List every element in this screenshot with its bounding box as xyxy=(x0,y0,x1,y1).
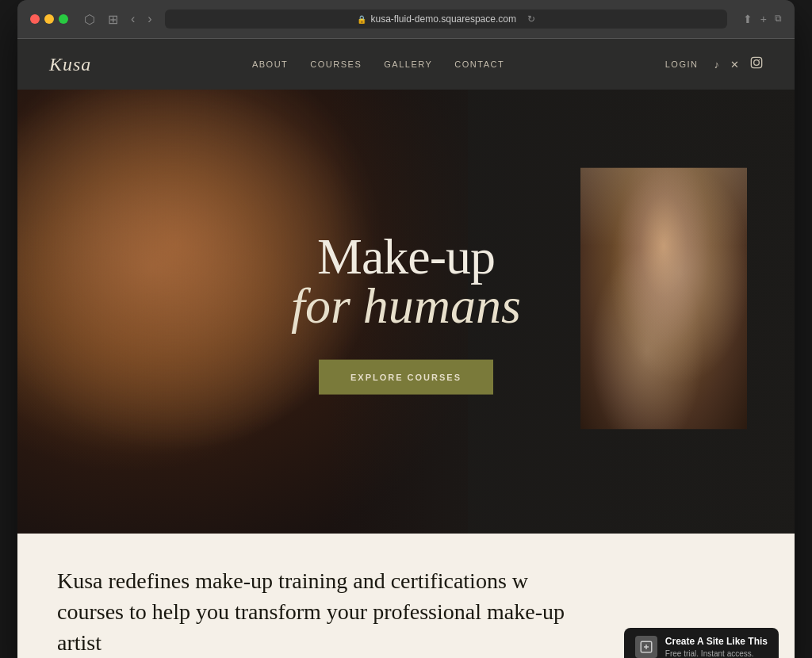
hero-content: Make-up for humans EXPLORE COURSES xyxy=(279,229,533,395)
back-button[interactable]: ⬡ xyxy=(81,10,98,29)
bottom-section: Kusa redefines make-up training and cert… xyxy=(17,534,795,658)
site-nav: Kusa ABOUT COURSES GALLERY CONTACT LOGIN… xyxy=(17,39,795,90)
bottom-text-line2: courses to help you transform your profe… xyxy=(57,599,565,655)
nav-links: ABOUT COURSES GALLERY CONTACT xyxy=(252,59,504,69)
reload-button[interactable]: ↻ xyxy=(527,13,535,25)
social-icons: ♪ ✕ xyxy=(714,56,763,72)
instagram-icon[interactable] xyxy=(750,56,763,72)
explore-courses-button[interactable]: EXPLORE COURSES xyxy=(319,359,493,394)
svg-rect-0 xyxy=(751,57,761,67)
lock-icon: 🔒 xyxy=(357,15,366,24)
browser-actions: ⬆ + ⧉ xyxy=(743,13,782,25)
badge-title: Create A Site Like This xyxy=(665,636,768,648)
nav-item-contact[interactable]: CONTACT xyxy=(454,59,504,69)
bottom-text-line1: Kusa redefines make-up training and cert… xyxy=(57,568,528,593)
tabs-icon[interactable]: ⧉ xyxy=(775,13,782,25)
nav-back[interactable]: ‹ xyxy=(128,10,138,28)
nav-forward[interactable]: › xyxy=(144,10,155,28)
svg-point-2 xyxy=(759,59,760,60)
squarespace-badge[interactable]: Create A Site Like This Free trial. Inst… xyxy=(624,628,779,658)
hero-section: Make-up for humans EXPLORE COURSES xyxy=(17,90,795,534)
browser-dots xyxy=(30,14,68,24)
browser-window: ⬡ ⊞ ‹ › 🔒 kusa-fluid-demo.squarespace.co… xyxy=(17,0,795,658)
squarespace-badge-icon xyxy=(635,636,657,658)
dot-minimize[interactable] xyxy=(44,14,54,24)
dot-close[interactable] xyxy=(30,14,40,24)
url-text: kusa-fluid-demo.squarespace.com xyxy=(371,13,516,25)
browser-nav-buttons: ⬡ ⊞ ‹ › xyxy=(81,10,155,29)
nav-item-gallery[interactable]: GALLERY xyxy=(384,59,432,69)
bottom-description: Kusa redefines make-up training and cert… xyxy=(57,565,612,658)
dot-maximize[interactable] xyxy=(59,14,68,24)
hero-title-line1: Make-up xyxy=(279,229,533,285)
squarespace-badge-text: Create A Site Like This Free trial. Inst… xyxy=(665,636,768,658)
share-icon[interactable]: ⬆ xyxy=(743,13,753,25)
hero-secondary-image-inner xyxy=(580,168,747,430)
new-tab-icon[interactable]: + xyxy=(760,13,767,25)
tiktok-icon[interactable]: ♪ xyxy=(714,59,719,71)
website: Kusa ABOUT COURSES GALLERY CONTACT LOGIN… xyxy=(17,39,795,658)
svg-point-1 xyxy=(754,60,760,66)
browser-chrome: ⬡ ⊞ ‹ › 🔒 kusa-fluid-demo.squarespace.co… xyxy=(17,0,795,39)
nav-right: LOGIN ♪ ✕ xyxy=(665,56,763,72)
login-link[interactable]: LOGIN xyxy=(665,59,699,69)
site-logo[interactable]: Kusa xyxy=(49,54,91,75)
nav-item-courses[interactable]: COURSES xyxy=(310,59,362,69)
nav-item-about[interactable]: ABOUT xyxy=(252,59,288,69)
hero-title-line2: for humans xyxy=(279,278,533,334)
badge-subtitle: Free trial. Instant access. xyxy=(665,648,768,658)
address-bar[interactable]: 🔒 kusa-fluid-demo.squarespace.com ↻ xyxy=(165,10,727,29)
hero-secondary-image xyxy=(580,168,747,430)
view-button[interactable]: ⊞ xyxy=(105,10,121,29)
twitter-icon[interactable]: ✕ xyxy=(730,59,739,71)
